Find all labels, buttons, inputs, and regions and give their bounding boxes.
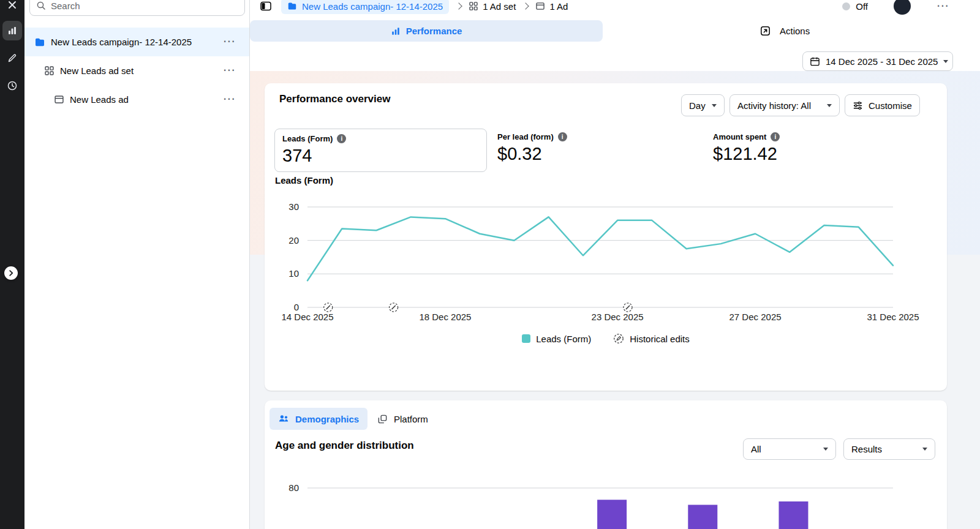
- demographics-title: Age and gender distribution: [275, 440, 414, 452]
- historical-edit-icon: [613, 333, 624, 344]
- breadcrumb-campaign-label: New Leads campaign- 12-14-2025: [302, 1, 443, 12]
- campaign-status-toggle[interactable]: [842, 2, 850, 10]
- chevron-right-icon: [455, 2, 462, 9]
- svg-text:27 Dec 2025: 27 Dec 2025: [729, 312, 782, 322]
- card-title: Performance overview: [279, 93, 390, 105]
- search-icon: [36, 1, 46, 10]
- legend-label: Leads (Form): [536, 334, 591, 344]
- caret-down-icon: [922, 448, 927, 451]
- age-gender-bar-chart: 80: [265, 474, 947, 529]
- caret-down-icon: [827, 104, 832, 107]
- breadcrumb-bar: New Leads campaign- 12-14-2025 1 Ad set …: [250, 0, 980, 17]
- row-menu-button[interactable]: [223, 67, 236, 75]
- metric-filter-dropdown[interactable]: Results: [843, 438, 935, 460]
- actions-icon: [760, 25, 771, 37]
- row-menu-button[interactable]: [223, 96, 236, 103]
- toggle-sidebar-button[interactable]: [258, 0, 274, 14]
- calendar-icon: [810, 56, 820, 67]
- breadcrumb-ad-label: 1 Ad: [549, 1, 568, 12]
- campaign-tree-panel: New Leads campaign- 12-14-2025 New Leads…: [24, 0, 250, 529]
- tab-platform[interactable]: Platform: [369, 408, 437, 430]
- search-box: [29, 0, 245, 16]
- expand-rail-button[interactable]: [4, 266, 18, 280]
- search-input[interactable]: [51, 1, 238, 11]
- status-label: Off: [856, 1, 868, 12]
- info-icon[interactable]: [771, 132, 780, 141]
- row-menu-button[interactable]: [223, 38, 236, 46]
- customise-label: Customise: [869, 100, 912, 111]
- metric-card-leads[interactable]: Leads (Form) 374: [274, 129, 487, 172]
- ad-icon: [535, 1, 545, 11]
- chevron-right-icon: [8, 270, 14, 276]
- gender-filter-label: All: [751, 444, 761, 454]
- breadcrumb-adset[interactable]: 1 Ad set: [469, 1, 516, 12]
- close-panel-button[interactable]: [2, 0, 22, 15]
- content-area: Performance overview Day Activity histor…: [250, 71, 980, 529]
- tree-item-label: New Leads ad: [70, 94, 129, 105]
- demographics-card: Demographics Platform Age and gender dis…: [265, 400, 947, 529]
- tab-platform-label: Platform: [394, 414, 428, 424]
- pencil-icon: [7, 53, 18, 64]
- activity-history-label: Activity history: All: [737, 100, 811, 111]
- info-icon[interactable]: [337, 134, 346, 143]
- ad-icon: [54, 94, 64, 105]
- history-nav-button[interactable]: [2, 76, 22, 96]
- metric-per-lead: Per lead (form) $0.32: [497, 132, 567, 164]
- info-icon[interactable]: [558, 132, 567, 141]
- breadcrumb-campaign[interactable]: New Leads campaign- 12-14-2025: [281, 0, 449, 14]
- more-options-button[interactable]: [937, 2, 949, 10]
- svg-text:14 Dec 2025: 14 Dec 2025: [281, 312, 333, 322]
- svg-text:10: 10: [288, 268, 299, 279]
- legend-item-historical-edits: Historical edits: [613, 333, 690, 344]
- performance-chart-icon: [391, 26, 401, 36]
- tab-performance[interactable]: Performance: [250, 20, 603, 42]
- main-area: New Leads campaign- 12-14-2025 1 Ad set …: [250, 0, 980, 529]
- edit-nav-button[interactable]: [2, 48, 22, 68]
- activity-history-dropdown[interactable]: Activity history: All: [729, 94, 840, 116]
- caret-down-icon: [712, 104, 717, 107]
- tree-item-label: New Leads campaign- 12-14-2025: [51, 37, 192, 47]
- svg-text:18 Dec 2025: 18 Dec 2025: [419, 312, 471, 322]
- svg-text:20: 20: [288, 235, 299, 246]
- breadcrumb-adset-label: 1 Ad set: [483, 1, 516, 12]
- folder-icon: [34, 37, 45, 48]
- actions-label: Actions: [780, 26, 810, 36]
- folder-icon: [287, 1, 297, 11]
- legend-label: Historical edits: [630, 334, 690, 344]
- adset-grid-icon: [44, 66, 55, 76]
- svg-text:23 Dec 2025: 23 Dec 2025: [592, 312, 644, 322]
- adset-grid-icon: [469, 1, 478, 11]
- bar-chart-icon: [7, 25, 18, 36]
- date-range-picker[interactable]: 14 Dec 2025 - 31 Dec 2025: [802, 51, 953, 71]
- metric-value: 374: [282, 146, 479, 166]
- chevron-right-icon: [522, 2, 529, 9]
- svg-text:80: 80: [288, 482, 299, 493]
- people-icon: [278, 413, 289, 424]
- date-range-label: 14 Dec 2025 - 31 Dec 2025: [826, 56, 938, 67]
- insights-nav-button[interactable]: [2, 21, 22, 40]
- metric-label: Amount spent: [713, 132, 766, 141]
- metric-label: Per lead (form): [497, 132, 554, 141]
- tab-demographics[interactable]: Demographics: [270, 408, 368, 430]
- teal-swatch-icon: [522, 334, 530, 343]
- tree-item-adset[interactable]: New Leads ad set: [24, 56, 249, 85]
- tree-item-label: New Leads ad set: [60, 66, 134, 76]
- metric-filter-label: Results: [851, 444, 882, 454]
- tree-item-ad[interactable]: New Leads ad: [24, 85, 249, 114]
- chart-legend: Leads (Form) Historical edits: [265, 333, 947, 344]
- caret-down-icon: [943, 60, 948, 63]
- gender-filter-dropdown[interactable]: All: [743, 438, 836, 460]
- granularity-dropdown[interactable]: Day: [681, 94, 725, 116]
- metric-label: Leads (Form): [282, 134, 333, 143]
- customise-button[interactable]: Customise: [845, 94, 920, 116]
- avatar[interactable]: [894, 0, 911, 15]
- legend-item-leads: Leads (Form): [522, 334, 591, 344]
- overlapping-squares-icon: [377, 414, 388, 424]
- svg-text:31 Dec 2025: 31 Dec 2025: [867, 312, 919, 322]
- performance-overview-card: Performance overview Day Activity histor…: [265, 83, 947, 391]
- breadcrumb-ad[interactable]: 1 Ad: [535, 1, 568, 12]
- granularity-label: Day: [689, 100, 706, 111]
- tree-item-campaign[interactable]: New Leads campaign- 12-14-2025: [24, 28, 249, 56]
- caret-down-icon: [823, 448, 828, 451]
- actions-button[interactable]: Actions: [760, 20, 810, 42]
